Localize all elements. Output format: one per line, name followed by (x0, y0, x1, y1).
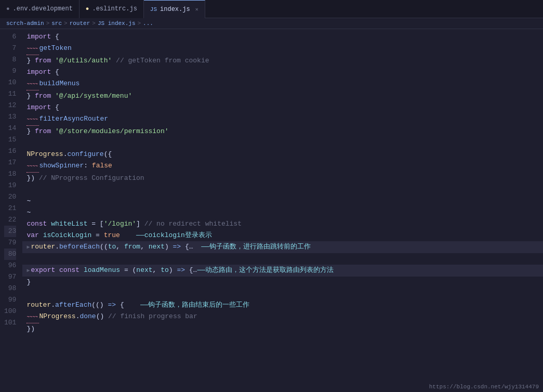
url-bar: https://blog.csdn.net/wjy1314479 (429, 384, 539, 390)
code-line-96: } (22, 277, 543, 288)
tab-label-indexjs: index.js (160, 6, 190, 13)
breadcrumb-part-4: ... (143, 20, 153, 27)
breadcrumb-sep-2: > (92, 20, 96, 27)
code-line-98: router.afterEach(() => { ——钩子函数，路由结束后的一些… (22, 299, 543, 311)
ln-13: 13 (4, 111, 16, 123)
code-line-17: ~~~~showSpinner: false (22, 160, 543, 173)
fold-icon-80[interactable]: ▶ (27, 265, 30, 277)
js-icon: JS (150, 6, 157, 12)
ln-6: 6 (4, 31, 16, 43)
ln-16: 16 (4, 146, 16, 157)
line-numbers: 6 7 8 9 10 11 12 13 14 15 16 17 18 19 20… (0, 29, 22, 389)
ln-7: 7 (4, 43, 16, 54)
tab-label-eslint: .eslintrc.js (92, 5, 137, 12)
env-icon: ● (6, 6, 10, 12)
code-line-100: }) (22, 323, 543, 335)
tab-close-icon[interactable]: ✕ (195, 6, 198, 12)
code-line-12: import { (22, 102, 543, 113)
code-line-19 (22, 184, 543, 195)
ln-10: 10 (4, 77, 16, 88)
code-line-11: } from '@/api/system/menu' (22, 90, 543, 102)
code-line-13: ~~~~filterAsyncRouter (22, 113, 543, 126)
breadcrumb-part-0: scrch-admin (6, 20, 44, 27)
code-line-79 (22, 253, 543, 265)
code-line-21: const whiteList = ['/login'] // no redir… (22, 218, 543, 230)
code-line-9: import { (22, 67, 543, 78)
tab-label-env: .env.development (13, 5, 73, 12)
code-line-8: } from '@/utils/auth' // getToken from c… (22, 55, 543, 67)
code-line-16: NProgress.configure({ (22, 149, 543, 160)
ln-12: 12 (4, 100, 16, 111)
title-bar: ● .env.development ● .eslintrc.js JS ind… (0, 0, 543, 18)
ln-100: 100 (4, 306, 16, 317)
code-line-23: ▶router.beforeEach((to, from, next) => {… (22, 241, 543, 253)
breadcrumb-part-1: src (51, 20, 62, 27)
ln-9: 9 (4, 66, 16, 77)
breadcrumb-sep-3: > (138, 20, 141, 27)
ln-97: 97 (4, 271, 16, 283)
ln-99: 99 (4, 294, 16, 306)
breadcrumb-part-2: router (70, 20, 90, 27)
ln-20: 20 (4, 191, 16, 203)
ln-101: 101 (4, 317, 16, 329)
ln-11: 11 (4, 88, 16, 100)
ln-22: 22 (4, 214, 16, 226)
tab-eslint[interactable]: ● .eslintrc.js (80, 0, 144, 18)
eslint-icon: ● (86, 6, 89, 12)
fold-icon-23[interactable]: ▶ (27, 242, 30, 253)
url-text: https://blog.csdn.net/wjy1314479 (429, 384, 539, 390)
ln-17: 17 (4, 157, 16, 168)
ln-79: 79 (4, 237, 16, 249)
code-line-18: }) // NProgress Configuration (22, 173, 543, 184)
breadcrumb-sep-0: > (46, 20, 50, 27)
code-line-97 (22, 288, 543, 299)
ln-14: 14 (4, 123, 16, 134)
code-line-20: ~ (22, 195, 543, 207)
breadcrumb-part-3: JS index.js (98, 20, 136, 27)
ln-21: 21 (4, 203, 16, 214)
ln-96: 96 (4, 260, 16, 271)
code-line-101 (22, 335, 543, 346)
breadcrumb: scrch-admin > src > router > JS index.js… (0, 18, 543, 29)
editor: 6 7 8 9 10 11 12 13 14 15 16 17 18 19 20… (0, 29, 543, 389)
code-line-20b: ~ (22, 207, 543, 218)
code-line-80: ▶export const loadMenus = (next, to) => … (22, 265, 543, 277)
ln-19: 19 (4, 180, 16, 191)
ln-15: 15 (4, 134, 16, 146)
code-line-6: import { (22, 31, 543, 43)
ln-8: 8 (4, 54, 16, 66)
code-line-14: } from '@/store/modules/permission' (22, 126, 543, 137)
breadcrumb-sep-1: > (64, 20, 68, 27)
code-line-15 (22, 137, 543, 149)
tab-env[interactable]: ● .env.development (0, 0, 80, 18)
code-line-10: ~~~~buildMenus (22, 78, 543, 90)
code-line-99: ~~~~NProgress.done() // finish progress … (22, 311, 543, 323)
ln-23: 23 (4, 226, 16, 237)
ln-18: 18 (4, 168, 16, 180)
tab-indexjs[interactable]: JS index.js ✕ (144, 0, 205, 18)
code-line-7: ~~~~getToken (22, 43, 543, 55)
code-line-22: var isCoickLogin = true ——coicklogin登录表示 (22, 230, 543, 241)
code-area[interactable]: import { ~~~~getToken } from '@/utils/au… (22, 29, 543, 389)
ln-98: 98 (4, 283, 16, 294)
ln-80: 80 (4, 249, 16, 260)
